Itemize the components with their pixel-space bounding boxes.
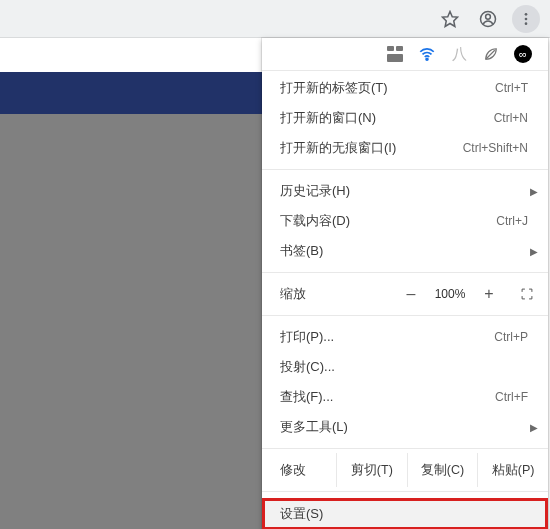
menu-more-tools[interactable]: 更多工具(L) ▶ — [262, 412, 548, 442]
menu-new-incognito[interactable]: 打开新的无痕窗口(I) Ctrl+Shift+N — [262, 133, 548, 163]
fullscreen-button[interactable] — [506, 277, 548, 311]
svg-point-9 — [426, 58, 428, 60]
separator — [262, 272, 548, 273]
svg-point-2 — [486, 14, 491, 19]
edit-copy[interactable]: 复制(C) — [407, 453, 478, 487]
infinity-icon[interactable]: ∞ — [514, 45, 532, 63]
separator — [262, 448, 548, 449]
svg-point-3 — [525, 13, 528, 16]
svg-rect-8 — [387, 54, 403, 62]
menu-item-label: 书签(B) — [280, 242, 528, 260]
zoom-controls: – 100% + — [394, 277, 548, 311]
menu-history[interactable]: 历史记录(H) ▶ — [262, 176, 548, 206]
menu-item-label: 下载内容(D) — [280, 212, 496, 230]
separator — [262, 491, 548, 492]
toolbar-actions — [436, 0, 550, 38]
menu-group-1: 打开新的标签页(T) Ctrl+T 打开新的窗口(N) Ctrl+N 打开新的无… — [262, 71, 548, 165]
svg-rect-7 — [396, 46, 403, 51]
separator — [262, 315, 548, 316]
menu-group-4: 设置(S) 帮助(E) ▶ — [262, 496, 548, 529]
browser-toolbar — [0, 0, 550, 38]
zoom-label: 缩放 — [262, 285, 394, 303]
menu-group-2: 历史记录(H) ▶ 下载内容(D) Ctrl+J 书签(B) ▶ — [262, 174, 548, 268]
menu-cast[interactable]: 投射(C)... — [262, 352, 548, 382]
bookmark-star-icon[interactable] — [436, 5, 464, 33]
menu-item-shortcut: Ctrl+N — [494, 111, 528, 125]
account-icon[interactable] — [474, 5, 502, 33]
svg-point-5 — [525, 22, 528, 25]
menu-item-shortcut: Ctrl+F — [495, 390, 528, 404]
menu-item-label: 投射(C)... — [280, 358, 528, 376]
chevron-right-icon: ▶ — [530, 186, 538, 197]
chevron-right-icon: ▶ — [530, 422, 538, 433]
edit-label: 修改 — [262, 453, 336, 487]
svg-marker-0 — [443, 12, 458, 27]
menu-zoom-row: 缩放 – 100% + — [262, 277, 548, 311]
menu-item-shortcut: Ctrl+J — [496, 214, 528, 228]
menu-find[interactable]: 查找(F)... Ctrl+F — [262, 382, 548, 412]
edit-cut[interactable]: 剪切(T) — [336, 453, 407, 487]
svg-point-4 — [525, 18, 528, 21]
menu-settings[interactable]: 设置(S) — [262, 498, 548, 529]
menu-item-label: 查找(F)... — [280, 388, 495, 406]
wifi-icon[interactable] — [418, 45, 436, 63]
menu-item-shortcut: Ctrl+T — [495, 81, 528, 95]
browser-menu: 八 ∞ 打开新的标签页(T) Ctrl+T 打开新的窗口(N) Ctrl+N 打… — [262, 38, 548, 529]
menu-item-label: 打印(P)... — [280, 328, 494, 346]
menu-item-label: 打开新的标签页(T) — [280, 79, 495, 97]
menu-group-3: 打印(P)... Ctrl+P 投射(C)... 查找(F)... Ctrl+F… — [262, 320, 548, 444]
menu-new-tab[interactable]: 打开新的标签页(T) Ctrl+T — [262, 73, 548, 103]
menu-item-shortcut: Ctrl+P — [494, 330, 528, 344]
brush-icon[interactable]: 八 — [450, 45, 468, 63]
page-header-strip — [0, 72, 262, 114]
menu-downloads[interactable]: 下载内容(D) Ctrl+J — [262, 206, 548, 236]
menu-item-label: 历史记录(H) — [280, 182, 528, 200]
chevron-right-icon: ▶ — [530, 246, 538, 257]
page-content-area — [0, 114, 262, 529]
menu-bookmarks[interactable]: 书签(B) ▶ — [262, 236, 548, 266]
menu-item-label: 更多工具(L) — [280, 418, 528, 436]
extension-icon-row: 八 ∞ — [262, 38, 548, 71]
menu-print[interactable]: 打印(P)... Ctrl+P — [262, 322, 548, 352]
separator — [262, 169, 548, 170]
zoom-value: 100% — [428, 287, 472, 301]
leaf-icon[interactable] — [482, 45, 500, 63]
apps-icon[interactable] — [386, 45, 404, 63]
menu-edit-row: 修改 剪切(T) 复制(C) 粘贴(P) — [262, 453, 548, 487]
zoom-out-button[interactable]: – — [394, 277, 428, 311]
menu-item-label: 设置(S) — [280, 505, 528, 523]
menu-item-shortcut: Ctrl+Shift+N — [463, 141, 528, 155]
menu-item-label: 打开新的无痕窗口(I) — [280, 139, 463, 157]
zoom-in-button[interactable]: + — [472, 277, 506, 311]
menu-new-window[interactable]: 打开新的窗口(N) Ctrl+N — [262, 103, 548, 133]
svg-rect-6 — [387, 46, 394, 51]
menu-item-label: 打开新的窗口(N) — [280, 109, 494, 127]
menu-icon[interactable] — [512, 5, 540, 33]
edit-paste[interactable]: 粘贴(P) — [477, 453, 548, 487]
